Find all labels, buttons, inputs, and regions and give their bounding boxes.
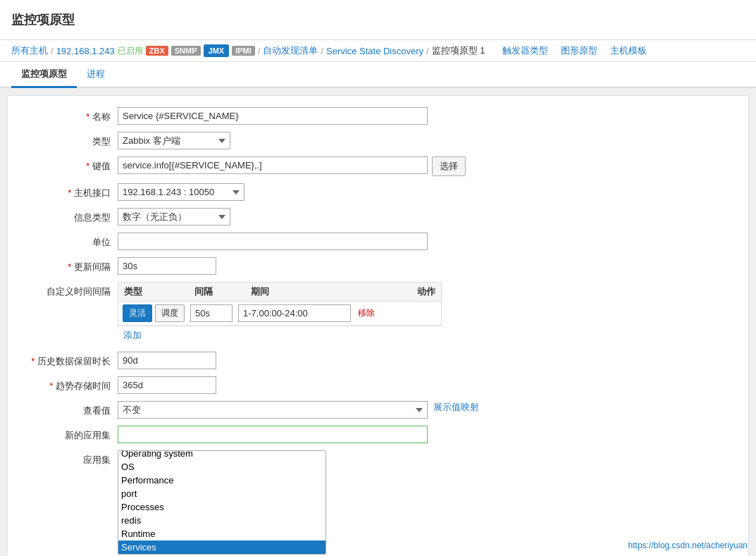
select-show-value[interactable]: 不变: [118, 401, 428, 419]
input-unit[interactable]: [118, 233, 428, 250]
page-header: 监控项原型: [0, 0, 756, 40]
custom-interval-header: 类型 间隔 期间 动作: [118, 283, 441, 302]
top-nav-host-template[interactable]: 主机模板: [610, 44, 647, 57]
breadcrumb-sep4: /: [321, 46, 323, 56]
select-info-type[interactable]: 数字（无正负）: [118, 208, 230, 226]
label-info-type: 信息类型: [19, 208, 118, 224]
col-header-period: 期间: [251, 285, 393, 298]
tab-process[interactable]: 进程: [77, 62, 115, 88]
row-custom-interval: 自定义时间间隔 类型 间隔 期间 动作 灵活 调度 移除 添加: [19, 282, 737, 345]
breadcrumb-bar: 所有主机 / 192.168.1.243 已启用 ZBX SNMP JMX IP…: [0, 40, 756, 62]
btn-remove-interval[interactable]: 移除: [354, 305, 379, 321]
nav-tabs: 监控项原型 进程: [0, 62, 756, 88]
input-interval[interactable]: [190, 304, 233, 322]
label-app: 应用集: [19, 450, 118, 467]
row-update-interval: 更新间隔: [19, 257, 737, 275]
listbox-container: memoryMemory poolNetwork interfacesOpera…: [118, 450, 326, 555]
breadcrumb-service-discovery[interactable]: Service State Discovery: [326, 46, 423, 56]
breadcrumb-sep1: /: [51, 46, 54, 56]
badge-snmp[interactable]: SNMP: [171, 46, 201, 56]
row-unit: 单位: [19, 233, 737, 250]
col-header-type: 类型: [124, 285, 194, 298]
breadcrumb-all-hosts[interactable]: 所有主机: [11, 44, 48, 57]
select-app[interactable]: memoryMemory poolNetwork interfacesOpera…: [118, 450, 326, 555]
label-unit: 单位: [19, 233, 118, 249]
row-history: 历史数据保留时长: [19, 352, 737, 369]
custom-interval-container: 类型 间隔 期间 动作 灵活 调度 移除 添加: [118, 282, 442, 345]
row-info-type: 信息类型 数字（无正负）: [19, 208, 737, 226]
breadcrumb-sep3: /: [258, 46, 261, 56]
label-history: 历史数据保留时长: [19, 352, 118, 368]
badge-jmx[interactable]: JMX: [204, 44, 230, 57]
label-host-interface: 主机接口: [19, 183, 118, 199]
btn-schedule[interactable]: 调度: [155, 304, 185, 322]
badge-zbx[interactable]: ZBX: [146, 46, 168, 56]
display-value-link[interactable]: 展示值映射: [433, 401, 479, 414]
input-new-app[interactable]: [118, 426, 428, 443]
label-trend: 趋势存储时间: [19, 376, 118, 393]
badge-ipmi[interactable]: IPMI: [232, 46, 255, 56]
row-type: 类型 Zabbix 客户端: [19, 132, 737, 149]
label-custom-interval: 自定义时间间隔: [19, 282, 118, 298]
row-key: 键值 选择: [19, 156, 737, 176]
row-name: 名称: [19, 107, 737, 125]
breadcrumb-ip[interactable]: 192.168.1.243: [56, 46, 115, 56]
label-name: 名称: [19, 107, 118, 123]
input-key[interactable]: [118, 156, 428, 174]
input-history[interactable]: [118, 352, 216, 369]
footer-link[interactable]: https://blog.csdn.net/acheriyuan: [628, 540, 748, 550]
label-type: 类型: [19, 132, 118, 148]
custom-interval-row: 灵活 调度 移除: [118, 302, 441, 326]
row-show-value: 查看值 不变 展示值映射: [19, 401, 737, 419]
breadcrumb-sep5: /: [426, 46, 429, 56]
tab-item-prototype[interactable]: 监控项原型: [11, 62, 77, 88]
btn-flex[interactable]: 灵活: [123, 304, 152, 322]
content-area: 名称 类型 Zabbix 客户端 键值 选择 主机接口 192.168.1.24…: [7, 95, 749, 556]
input-period[interactable]: [238, 304, 351, 322]
row-new-app: 新的应用集: [19, 426, 737, 443]
label-update-interval: 更新间隔: [19, 257, 118, 273]
col-header-action: 动作: [393, 285, 435, 298]
select-type[interactable]: Zabbix 客户端: [118, 132, 230, 149]
input-name[interactable]: [118, 107, 428, 125]
custom-interval-table: 类型 间隔 期间 动作 灵活 调度 移除: [118, 282, 442, 326]
page-title: 监控项原型: [11, 6, 745, 34]
label-show-value: 查看值: [19, 401, 118, 417]
breadcrumb-enabled: 已启用: [118, 45, 143, 57]
top-nav-graph[interactable]: 图形原型: [561, 44, 597, 57]
label-key: 键值: [19, 156, 118, 173]
label-new-app: 新的应用集: [19, 426, 118, 442]
input-trend[interactable]: [118, 376, 216, 394]
select-host-interface[interactable]: 192.168.1.243 : 10050: [118, 183, 244, 201]
breadcrumb-proto: 监控项原型 1: [432, 44, 485, 57]
row-host-interface: 主机接口 192.168.1.243 : 10050: [19, 183, 737, 201]
btn-select-key[interactable]: 选择: [432, 156, 466, 176]
row-trend: 趋势存储时间: [19, 376, 737, 394]
top-nav-trigger[interactable]: 触发器类型: [502, 44, 548, 57]
breadcrumb-discovery-list[interactable]: 自动发现清单: [263, 44, 318, 57]
row-app: 应用集 memoryMemory poolNetwork interfacesO…: [19, 450, 737, 555]
add-interval-link[interactable]: 添加: [118, 326, 147, 345]
col-header-interval: 间隔: [194, 285, 251, 298]
input-update-interval[interactable]: [118, 257, 216, 275]
